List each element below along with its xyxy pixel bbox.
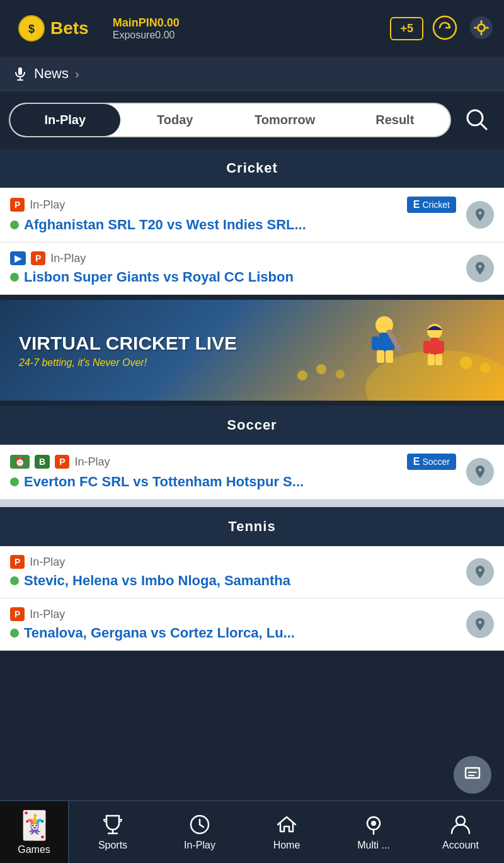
chat-icon — [463, 765, 482, 784]
svg-rect-16 — [372, 336, 379, 350]
cricket-section-header: Cricket — [0, 149, 504, 188]
refresh-button[interactable] — [430, 13, 460, 45]
svg-rect-7 — [486, 26, 489, 28]
games-label: Games — [18, 844, 50, 855]
in-play-label: In-Play — [30, 556, 65, 569]
tabs-group: In-Play Today Tomorrow Result — [9, 103, 451, 137]
search-button[interactable] — [457, 100, 495, 140]
account-nav-item[interactable]: Account — [417, 801, 504, 863]
in-play-nav-item[interactable]: In-Play — [156, 801, 243, 863]
settings-button[interactable] — [466, 13, 496, 45]
pin-button[interactable] — [466, 610, 494, 638]
virtual-subtitle: 24-7 betting, it's Never Over! — [19, 357, 237, 369]
virtual-title: VIRTUAL CRICKET LIVE — [19, 333, 237, 353]
svg-point-28 — [316, 364, 326, 374]
badge-p: P — [10, 607, 25, 621]
virtual-cricket-image — [252, 300, 504, 401]
multi-pin-icon — [362, 813, 385, 836]
home-nav-label: Home — [273, 840, 301, 851]
tabs-container: In-Play Today Tomorrow Result — [0, 91, 504, 149]
sports-nav-item[interactable]: Sports — [69, 801, 156, 863]
virtual-cricket-banner[interactable]: VIRTUAL CRICKET LIVE 24-7 betting, it's … — [0, 300, 504, 401]
svg-rect-26 — [435, 354, 442, 365]
separator — [0, 500, 504, 507]
bottom-navigation: 🃏 Games Sports In-Play Home — [0, 800, 504, 863]
tab-result[interactable]: Result — [340, 104, 450, 136]
match-title: Afghanistan SRL T20 vs West Indies SRL..… — [10, 217, 456, 233]
svg-rect-6 — [474, 26, 477, 28]
svg-text:$: $ — [28, 23, 35, 35]
e-cricket-badge: E Cricket — [407, 197, 456, 213]
news-label: News — [34, 66, 69, 82]
home-nav-item[interactable]: Home — [243, 801, 330, 863]
tab-tomorrow[interactable]: Tomorrow — [230, 104, 340, 136]
cricket-illustration — [265, 300, 504, 401]
table-row[interactable]: ▶ P In-Play Lisbon Super Giants vs Royal… — [0, 243, 504, 295]
table-row[interactable]: P In-Play Tenalova, Gergana vs Cortez Ll… — [0, 598, 504, 651]
svg-point-27 — [297, 370, 307, 380]
logo-coin-icon: $ — [18, 14, 45, 42]
live-dot — [10, 477, 19, 486]
table-row[interactable]: ⏰ B P In-Play E Soccer Everton FC SRL vs… — [0, 445, 504, 500]
live-dot — [10, 576, 19, 585]
table-row[interactable]: P In-Play E Cricket Afghanistan SRL T20 … — [0, 188, 504, 243]
svg-point-41 — [371, 821, 376, 826]
live-dot — [10, 273, 19, 282]
pin-label: MainPIN0.00 — [113, 16, 377, 30]
match-title: Stevic, Helena vs Imbo Nloga, Samantha — [10, 573, 456, 589]
svg-line-39 — [200, 825, 203, 827]
in-play-label: In-Play — [30, 608, 65, 621]
logo-text: Bets — [50, 18, 89, 38]
table-row[interactable]: P In-Play Stevic, Helena vs Imbo Nloga, … — [0, 546, 504, 598]
match-title: Lisbon Super Giants vs Royal CC Lisbon — [10, 269, 456, 285]
bottom-spacer — [0, 651, 504, 720]
match-title: Tenalova, Gergana vs Cortez Llorca, Lu..… — [10, 625, 456, 641]
tab-in-play[interactable]: In-Play — [10, 104, 120, 136]
news-bar[interactable]: News › — [0, 57, 504, 91]
pin-icon — [472, 617, 488, 632]
live-dot — [10, 220, 19, 229]
in-play-label: In-Play — [74, 455, 110, 469]
svg-rect-18 — [377, 350, 384, 363]
app-header: $ Bets MainPIN0.00 Exposure0.00 +5 — [0, 0, 504, 57]
plus5-button[interactable]: +5 — [390, 17, 423, 40]
games-nav-item[interactable]: 🃏 Games — [0, 801, 69, 863]
search-icon — [462, 105, 490, 133]
news-arrow: › — [75, 67, 79, 81]
pin-icon — [472, 207, 488, 222]
pin-button[interactable] — [466, 458, 494, 486]
pin-icon — [472, 464, 488, 479]
clock-icon — [188, 813, 211, 836]
tab-today[interactable]: Today — [120, 104, 231, 136]
chat-float-button[interactable] — [454, 756, 491, 794]
badge-p: P — [55, 455, 69, 469]
refresh-icon — [432, 15, 457, 40]
person-icon — [449, 813, 472, 836]
exposure-label: Exposure0.00 — [113, 30, 377, 41]
svg-rect-25 — [428, 354, 435, 365]
svg-rect-5 — [481, 32, 483, 35]
svg-rect-4 — [481, 20, 483, 23]
svg-rect-19 — [386, 350, 393, 363]
svg-point-31 — [480, 363, 490, 373]
multi-nav-item[interactable]: Multi ... — [330, 801, 417, 863]
match-meta: P In-Play — [10, 555, 456, 569]
badge-p: P — [10, 555, 25, 569]
svg-point-3 — [470, 16, 493, 39]
svg-point-2 — [433, 16, 456, 39]
badge-b: B — [35, 455, 50, 469]
home-icon — [275, 813, 298, 836]
svg-rect-23 — [423, 341, 430, 353]
games-icon: 🃏 — [17, 809, 52, 842]
pin-button[interactable] — [466, 254, 494, 282]
e-soccer-badge: E Soccer — [407, 454, 456, 470]
soccer-section-header: Soccer — [0, 406, 504, 445]
svg-point-30 — [460, 357, 472, 369]
logo-area: $ Bets — [8, 9, 99, 47]
pin-icon — [472, 564, 488, 580]
pin-button[interactable] — [466, 558, 494, 586]
pin-button[interactable] — [466, 201, 494, 229]
in-play-nav-label: In-Play — [184, 840, 215, 851]
virtual-text: VIRTUAL CRICKET LIVE 24-7 betting, it's … — [19, 333, 237, 369]
in-play-label: In-Play — [50, 252, 86, 265]
